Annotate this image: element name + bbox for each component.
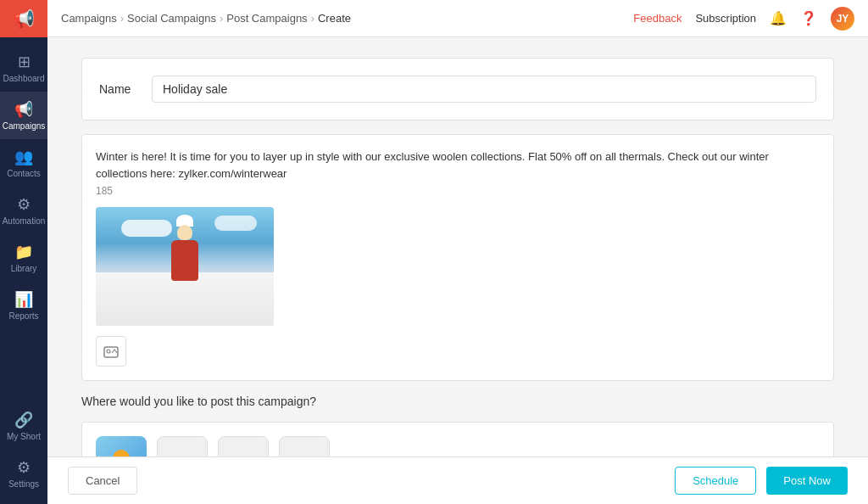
sidebar-item-label: Settings <box>8 479 39 489</box>
topbar-right: Feedback Subscription 🔔 ❓ JY <box>633 7 854 31</box>
post-text: Winter is here! It is time for you to la… <box>96 148 820 182</box>
dashboard-icon: ⊞ <box>18 53 31 71</box>
name-input[interactable] <box>152 76 816 103</box>
cancel-button[interactable]: Cancel <box>68 467 137 495</box>
breadcrumb-current: Create <box>318 12 351 25</box>
myshort-icon: 🔗 <box>14 411 33 429</box>
sidebar-item-label: Contacts <box>7 169 40 178</box>
head <box>177 225 192 240</box>
sidebar-bottom: 🔗 My Short ⚙ Settings <box>0 402 47 504</box>
accounts-row-1: f James Y + 🐦 Associate <box>96 436 820 456</box>
sidebar-item-label: Automation <box>3 216 46 226</box>
cloud-shape <box>121 220 172 237</box>
breadcrumb-social-campaigns[interactable]: Social Campaigns <box>127 12 216 25</box>
sidebar-item-label: Reports <box>8 311 38 321</box>
feedback-button[interactable]: Feedback <box>633 12 682 25</box>
bottom-right-buttons: Schedule Post Now <box>675 467 848 495</box>
account-card-associate-twitter[interactable]: + 🐦 Associate <box>157 436 208 456</box>
sidebar: 📢 ⊞ Dashboard 📢 Campaigns 👥 Contacts ⚙ A… <box>0 0 47 504</box>
help-icon[interactable]: ❓ <box>800 10 817 26</box>
account-avatar-add-twitter: + 🐦 <box>157 436 208 456</box>
topbar-left: Campaigns › Social Campaigns › Post Camp… <box>61 12 351 25</box>
sidebar-item-campaigns[interactable]: 📢 Campaigns <box>0 92 47 139</box>
campaigns-icon: 📢 <box>14 100 33 119</box>
main-area: Campaigns › Social Campaigns › Post Camp… <box>47 0 868 504</box>
sidebar-item-automation[interactable]: ⚙ Automation <box>0 187 47 234</box>
account-card-associate-tumblr[interactable]: + t Associate <box>279 436 330 456</box>
content-area: Name Winter is here! It is time for you … <box>47 37 868 456</box>
schedule-button[interactable]: Schedule <box>675 467 756 495</box>
library-icon: 📁 <box>14 243 33 261</box>
post-now-button[interactable]: Post Now <box>766 467 848 495</box>
subscription-button[interactable]: Subscription <box>695 12 756 25</box>
sidebar-item-label: Campaigns <box>3 121 46 131</box>
automation-icon: ⚙ <box>17 195 31 214</box>
bottom-bar: Cancel Schedule Post Now <box>47 456 868 504</box>
account-avatar-james-y: f <box>96 436 147 456</box>
breadcrumb-campaigns[interactable]: Campaigns <box>61 12 117 25</box>
sidebar-item-label: Library <box>11 264 37 273</box>
account-card-associate-linkedin[interactable]: + in Associate <box>218 436 269 456</box>
accounts-box: f James Y + 🐦 Associate <box>81 422 834 456</box>
body <box>171 240 198 281</box>
breadcrumb: Campaigns › Social Campaigns › Post Camp… <box>61 12 351 25</box>
post-content-box: Winter is here! It is time for you to la… <box>81 134 834 381</box>
account-avatar-add-linkedin: + in <box>218 436 269 456</box>
section-title: Where would you like to post this campai… <box>81 395 834 408</box>
sidebar-nav: ⊞ Dashboard 📢 Campaigns 👥 Contacts ⚙ Aut… <box>0 37 47 402</box>
where-to-post-section: Where would you like to post this campai… <box>81 395 834 456</box>
cloud-shape-2 <box>214 216 257 231</box>
sidebar-item-label: Dashboard <box>3 74 45 83</box>
sidebar-item-label: My Short <box>7 432 41 441</box>
person-figure <box>171 215 198 281</box>
account-avatar-add-tumblr: + t <box>279 436 330 456</box>
svg-point-2 <box>113 450 130 456</box>
app-logo: 📢 <box>0 0 47 37</box>
breadcrumb-post-campaigns[interactable]: Post Campaigns <box>226 12 307 25</box>
avatar[interactable]: JY <box>831 7 854 31</box>
sidebar-item-dashboard[interactable]: ⊞ Dashboard <box>0 44 47 92</box>
name-section: Name <box>81 58 834 120</box>
sidebar-item-reports[interactable]: 📊 Reports <box>0 282 47 329</box>
sidebar-item-settings[interactable]: ⚙ Settings <box>0 450 47 497</box>
settings-icon: ⚙ <box>17 458 31 477</box>
notifications-icon[interactable]: 🔔 <box>770 10 787 26</box>
svg-point-1 <box>107 350 110 353</box>
reports-icon: 📊 <box>14 290 33 309</box>
name-label: Name <box>99 82 142 96</box>
post-image <box>96 207 274 326</box>
topbar: Campaigns › Social Campaigns › Post Camp… <box>47 0 868 37</box>
sidebar-item-library[interactable]: 📁 Library <box>0 234 47 282</box>
image-upload-button[interactable] <box>96 336 126 367</box>
sidebar-item-contacts[interactable]: 👥 Contacts <box>0 139 47 187</box>
char-count: 185 <box>96 185 820 197</box>
contacts-icon: 👥 <box>14 148 33 166</box>
account-card-james-y[interactable]: f James Y <box>96 436 147 456</box>
sidebar-item-myshort[interactable]: 🔗 My Short <box>0 402 47 450</box>
